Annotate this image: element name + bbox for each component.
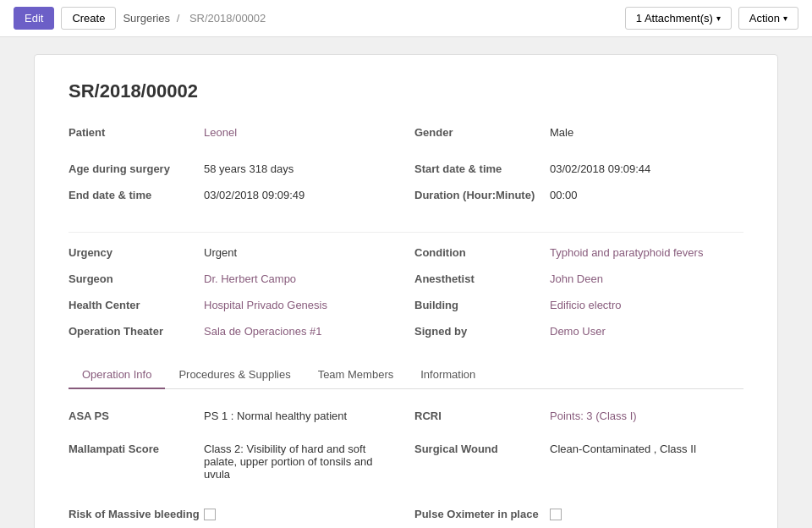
surgical-wound-label: Surgical Wound — [414, 439, 550, 459]
mallampati-value: Class 2: Visibility of hard and soft pal… — [204, 439, 398, 484]
gender-value: Male — [550, 123, 743, 142]
risk-bleeding-checkbox[interactable] — [204, 508, 398, 521]
tab-procedures-supplies[interactable]: Procedures & Supplies — [165, 361, 304, 389]
surgeon-value: Dr. Herbert Campo — [204, 269, 398, 289]
gender-label: Gender — [414, 123, 550, 142]
edit-button[interactable]: Edit — [14, 7, 54, 30]
signed-by-value: Demo User — [550, 322, 743, 341]
duration-label: Duration (Hour:Minute) — [414, 185, 550, 205]
breadcrumb-separator: / — [177, 12, 180, 25]
building-value: Edificio electro — [550, 295, 743, 315]
attachment-caret-icon: ▾ — [716, 14, 721, 23]
tab-information[interactable]: Information — [407, 361, 489, 389]
duration-value: 00:00 — [550, 185, 743, 205]
patient-value: Leonel — [204, 123, 398, 142]
pulse-oximeter-label: Pulse Oximeter in place — [414, 504, 550, 524]
condition-label: Condition — [414, 243, 550, 262]
signed-by-label: Signed by — [414, 322, 550, 341]
urgency-label: Urgency — [69, 243, 204, 262]
pulse-oximeter-checkbox[interactable] — [550, 508, 743, 521]
building-label: Building — [414, 295, 550, 315]
anesthetist-value: John Deen — [550, 269, 743, 289]
anesthetist-label: Anesthetist — [414, 269, 550, 289]
age-label: Age during surgery — [69, 159, 204, 179]
asa-ps-value: PS 1 : Normal healthy patient — [204, 406, 398, 426]
breadcrumb: Surgeries / SR/2018/00002 — [123, 12, 617, 25]
surgeon-label: Surgeon — [69, 269, 204, 289]
record-title: SR/2018/00002 — [69, 80, 743, 102]
attachment-button[interactable]: 1 Attachment(s) ▾ — [625, 7, 732, 30]
end-value: 03/02/2018 09:09:49 — [204, 185, 398, 205]
operation-theater-label: Operation Theater — [69, 322, 204, 341]
breadcrumb-current: SR/2018/00002 — [189, 12, 266, 25]
end-label: End date & time — [69, 185, 204, 205]
operation-theater-value: Sala de Operaciones #1 — [204, 322, 398, 341]
urgency-value: Urgent — [204, 243, 398, 262]
operation-info-content: ASA PS PS 1 : Normal healthy patient RCR… — [69, 406, 743, 528]
action-button[interactable]: Action ▾ — [738, 7, 798, 30]
tabs-container: Operation Info Procedures & Supplies Tea… — [69, 361, 743, 389]
rcri-label: RCRI — [414, 406, 550, 426]
patient-label: Patient — [69, 123, 204, 142]
breadcrumb-parent[interactable]: Surgeries — [123, 12, 170, 25]
asa-ps-label: ASA PS — [69, 406, 204, 426]
tab-operation-info[interactable]: Operation Info — [69, 361, 165, 389]
start-value: 03/02/2018 09:09:44 — [550, 159, 743, 179]
tab-team-members[interactable]: Team Members — [304, 361, 408, 389]
surgical-wound-value: Clean-Contaminated , Class II — [550, 439, 743, 459]
mallampati-label: Mallampati Score — [69, 439, 204, 459]
health-center-value: Hospital Privado Genesis — [204, 295, 398, 315]
condition-value: Typhoid and paratyphoid fevers — [550, 243, 743, 262]
action-caret-icon: ▾ — [783, 14, 787, 23]
age-value: 58 years 318 days — [204, 159, 398, 179]
create-button[interactable]: Create — [61, 7, 116, 30]
health-center-label: Health Center — [69, 295, 204, 315]
risk-bleeding-label: Risk of Massive bleeding — [69, 504, 204, 524]
rcri-value: Points: 3 (Class I) — [550, 406, 743, 426]
start-label: Start date & time — [414, 159, 550, 179]
